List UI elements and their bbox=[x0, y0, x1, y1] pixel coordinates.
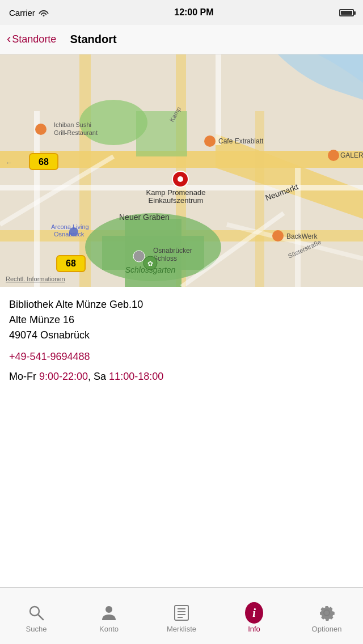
address-line1: Bibliothek Alte Münze Geb.10 bbox=[9, 297, 354, 312]
tab-suche[interactable]: Suche bbox=[0, 599, 73, 633]
svg-point-51 bbox=[105, 606, 112, 613]
status-time: 12:00 PM bbox=[174, 7, 213, 18]
svg-text:Ichiban Sushi: Ichiban Sushi bbox=[54, 121, 91, 128]
info-panel: Bibliothek Alte Münze Geb.10 Alte Münze … bbox=[0, 287, 363, 392]
svg-text:✿: ✿ bbox=[147, 260, 153, 268]
tab-info-label: Info bbox=[248, 625, 260, 633]
svg-text:68: 68 bbox=[66, 259, 76, 268]
gear-icon bbox=[318, 604, 336, 622]
tab-optionen-label: Optionen bbox=[312, 625, 342, 633]
svg-text:Arcona Living: Arcona Living bbox=[51, 223, 89, 230]
tab-bar: Suche Konto Merkliste i Info bbox=[0, 587, 363, 644]
status-right bbox=[339, 9, 354, 16]
svg-text:Cafe Extrablatt: Cafe Extrablatt bbox=[218, 137, 264, 145]
wifi-icon bbox=[39, 9, 49, 16]
back-chevron-icon: ‹ bbox=[7, 33, 11, 45]
tab-konto[interactable]: Konto bbox=[73, 599, 145, 633]
svg-text:Einkaufszentrum: Einkaufszentrum bbox=[149, 196, 204, 205]
tab-suche-label: Suche bbox=[26, 625, 47, 633]
svg-rect-10 bbox=[136, 111, 187, 156]
info-icon: i bbox=[245, 604, 263, 622]
nav-bar: ‹ Standorte Standort bbox=[0, 25, 363, 54]
svg-text:Rechtl. Informationen: Rechtl. Informationen bbox=[6, 276, 65, 282]
tab-merkliste-label: Merkliste bbox=[167, 625, 196, 633]
svg-point-26 bbox=[328, 150, 339, 161]
phone-link[interactable]: +49-541-9694488 bbox=[9, 351, 354, 363]
svg-point-21 bbox=[35, 124, 47, 135]
hours-prefix: Mo-Fr bbox=[9, 371, 39, 382]
svg-rect-52 bbox=[175, 605, 188, 620]
svg-text:BackWerk: BackWerk bbox=[286, 232, 318, 240]
hours-separator: , Sa bbox=[88, 371, 109, 382]
battery-icon bbox=[339, 9, 354, 16]
back-button[interactable]: ‹ Standorte bbox=[7, 33, 56, 45]
svg-point-38 bbox=[272, 230, 284, 242]
address-line3: 49074 Osnabrück bbox=[9, 328, 354, 343]
tab-konto-label: Konto bbox=[99, 625, 119, 633]
page-title: Standort bbox=[70, 33, 116, 46]
svg-text:68: 68 bbox=[39, 157, 49, 167]
status-bar: Carrier 12:00 PM bbox=[0, 0, 363, 25]
map-view[interactable]: 68 68 68 Ichiban Sushi Grill-Restaurant … bbox=[0, 54, 363, 287]
svg-rect-13 bbox=[216, 54, 221, 145]
svg-text:Grill-Restaurant: Grill-Restaurant bbox=[54, 129, 98, 136]
svg-text:Osnabrück: Osnabrück bbox=[54, 231, 85, 238]
hours-weekday: 9:00-22:00 bbox=[39, 371, 88, 382]
address-line2: Alte Münze 16 bbox=[9, 312, 354, 328]
search-icon bbox=[27, 604, 45, 622]
svg-text:←: ← bbox=[6, 159, 12, 167]
hours-weekend: 11:00-18:00 bbox=[109, 371, 163, 382]
svg-text:Neuer Graben: Neuer Graben bbox=[119, 213, 170, 222]
svg-text:Kamp Promenade: Kamp Promenade bbox=[146, 188, 206, 197]
hours-line: Mo-Fr 9:00-22:00, Sa 11:00-18:00 bbox=[9, 371, 354, 383]
tab-optionen[interactable]: Optionen bbox=[290, 599, 363, 633]
tab-merkliste[interactable]: Merkliste bbox=[145, 599, 218, 633]
tab-info[interactable]: i Info bbox=[218, 599, 290, 633]
person-icon bbox=[100, 604, 118, 622]
svg-text:Osnabrücker: Osnabrücker bbox=[153, 247, 192, 255]
carrier-text: Carrier bbox=[9, 8, 35, 18]
svg-point-47 bbox=[178, 176, 183, 182]
svg-point-24 bbox=[204, 135, 216, 147]
address-block: Bibliothek Alte Münze Geb.10 Alte Münze … bbox=[9, 297, 354, 343]
status-left: Carrier bbox=[9, 8, 49, 18]
svg-point-35 bbox=[133, 251, 145, 262]
svg-text:GALERI: GALERI bbox=[340, 151, 363, 159]
list-icon bbox=[172, 604, 191, 622]
back-label: Standorte bbox=[12, 33, 56, 45]
svg-line-50 bbox=[38, 615, 43, 620]
